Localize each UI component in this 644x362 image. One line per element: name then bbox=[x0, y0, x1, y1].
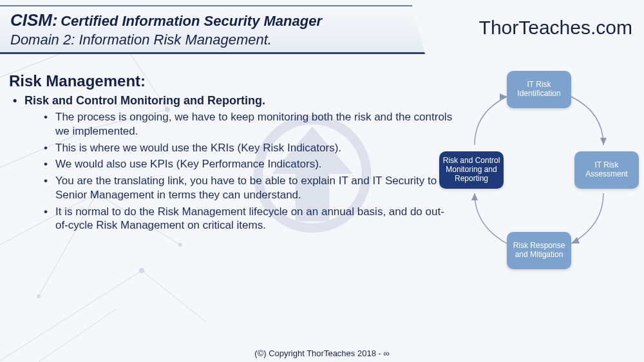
cycle-node-monitoring: Risk and Control Monitoring and Reportin… bbox=[439, 151, 504, 189]
section-title: Risk Management: bbox=[9, 72, 453, 90]
slide-subtitle: Domain 2: Information Risk Management. bbox=[10, 32, 415, 48]
svg-point-14 bbox=[139, 268, 144, 273]
svg-marker-20 bbox=[571, 237, 580, 243]
bullet-item: You are the translating link, you have t… bbox=[55, 174, 453, 202]
header-banner: CISM: Certified Information Security Man… bbox=[0, 5, 425, 54]
title-prefix: CISM: bbox=[10, 10, 58, 30]
cycle-node-response: Risk Response and Mitigation bbox=[507, 232, 571, 269]
svg-line-9 bbox=[142, 271, 206, 322]
svg-point-16 bbox=[178, 243, 182, 247]
svg-line-2 bbox=[0, 271, 142, 361]
svg-point-15 bbox=[37, 294, 41, 298]
cycle-node-assessment: IT Risk Assessment bbox=[574, 151, 639, 189]
svg-marker-19 bbox=[600, 138, 607, 145]
topic-text: Risk and Control Monitoring and Reportin… bbox=[24, 94, 265, 107]
bullet-item: It is normal to do the Risk Management l… bbox=[55, 205, 453, 233]
title-rest: Certified Information Security Manager bbox=[61, 13, 322, 29]
footer-copyright: (©) Copyright ThorTeaches 2018 - ∞ bbox=[0, 348, 644, 358]
svg-marker-21 bbox=[471, 193, 478, 200]
content-area: Risk Management: Risk and Control Monito… bbox=[9, 72, 453, 235]
lifecycle-diagram: IT Risk Identification IT Risk Assessmen… bbox=[439, 71, 639, 277]
topic-heading: Risk and Control Monitoring and Reportin… bbox=[24, 94, 453, 233]
cycle-node-identification: IT Risk Identification bbox=[507, 71, 571, 108]
bullet-item: The process is ongoing, we have to keep … bbox=[55, 110, 453, 138]
brand-name: ThorTeaches.com bbox=[479, 17, 632, 39]
slide-title: CISM: Certified Information Security Man… bbox=[10, 10, 415, 30]
bullet-item: This is where we would use the KRIs (Key… bbox=[55, 141, 453, 155]
bullet-item: We would also use KPIs (Key Performance … bbox=[55, 157, 453, 171]
